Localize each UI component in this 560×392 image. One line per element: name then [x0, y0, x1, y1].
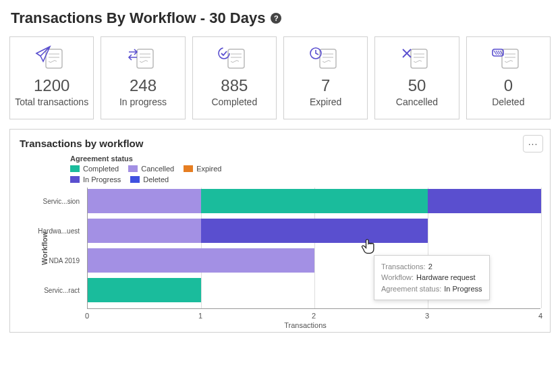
- tooltip-key: Agreement status:: [381, 283, 441, 295]
- legend-label: Completed: [83, 165, 119, 173]
- stat-card-total[interactable]: 1200 Total transactions: [9, 36, 94, 119]
- stat-label: Completed: [211, 96, 257, 108]
- x-tick-label: 0: [85, 312, 89, 320]
- legend-item[interactable]: Cancelled: [128, 165, 174, 173]
- stat-value: 1200: [34, 76, 69, 95]
- bar-segment[interactable]: [88, 189, 201, 213]
- y-category-label: NDA 2019: [49, 256, 84, 264]
- bar-segment[interactable]: [88, 219, 201, 243]
- chart-title: Transactions by workflow: [20, 138, 540, 149]
- stat-label: Total transactions: [15, 96, 88, 108]
- x-tick-label: 1: [198, 312, 202, 320]
- y-category-label: Hardwa...uest: [38, 227, 84, 234]
- tooltip-key: Workflow:: [381, 272, 414, 283]
- bar-segment[interactable]: [88, 278, 201, 302]
- stat-value: 0: [504, 76, 513, 95]
- legend-label: Deleted: [143, 175, 169, 184]
- legend-item[interactable]: Expired: [184, 165, 221, 173]
- bar-row[interactable]: [88, 278, 201, 302]
- stat-value: 7: [321, 76, 330, 95]
- legend-swatch: [130, 176, 140, 183]
- svg-rect-0: [46, 49, 62, 68]
- legend-item[interactable]: Deleted: [130, 175, 169, 184]
- shred-icon: [491, 45, 525, 71]
- chart-panel: Transactions by workflow ··· Agreement s…: [9, 129, 551, 333]
- tooltip-value: In Progress: [444, 283, 482, 295]
- x-tick-label: 3: [425, 312, 429, 320]
- stat-label: Deleted: [492, 96, 524, 108]
- paper-plane-icon: [35, 45, 69, 71]
- legend-swatch: [128, 165, 138, 172]
- legend-label: In Progress: [83, 175, 121, 184]
- bar-segment[interactable]: [88, 248, 314, 273]
- stat-label: Cancelled: [396, 96, 438, 108]
- legend-swatch: [184, 165, 193, 172]
- stat-value: 50: [408, 76, 426, 95]
- page-title: Transactions By Workflow - 30 Days: [11, 9, 265, 27]
- svg-rect-10: [320, 49, 336, 68]
- check-circle-icon: [217, 45, 251, 71]
- bar-segment[interactable]: [201, 219, 428, 243]
- clock-icon: [309, 45, 343, 71]
- tooltip-value: 2: [428, 261, 432, 273]
- stat-label: Expired: [310, 96, 341, 108]
- y-category-label: Servic...sion: [43, 197, 84, 204]
- x-tick-label: 4: [538, 312, 542, 320]
- stat-card-cancelled[interactable]: 50 Cancelled: [374, 36, 459, 119]
- tooltip-value: Hardware request: [416, 272, 475, 283]
- x-tick-label: 2: [312, 312, 316, 320]
- bar-row[interactable]: [88, 248, 314, 273]
- legend-swatch: [70, 165, 80, 172]
- svg-rect-6: [228, 49, 244, 68]
- stat-card-expired[interactable]: 7 Expired: [283, 36, 368, 119]
- chart-area: Workflow 01234 Transactions Servic...sio…: [70, 188, 540, 325]
- stat-card-in-progress[interactable]: 248 In progress: [101, 36, 185, 119]
- chart-legend: Agreement status CompletedCancelledExpir…: [70, 155, 540, 184]
- x-icon: [400, 45, 434, 71]
- bar-segment[interactable]: [428, 189, 541, 213]
- stat-value: 885: [221, 76, 248, 95]
- legend-label: Cancelled: [141, 165, 174, 173]
- legend-item[interactable]: Completed: [70, 165, 119, 173]
- chart-tooltip: Transactions:2Workflow:Hardware requestA…: [374, 255, 490, 301]
- help-icon[interactable]: ?: [271, 13, 281, 24]
- legend-item[interactable]: In Progress: [70, 175, 121, 184]
- legend-swatch: [70, 176, 80, 183]
- bar-row[interactable]: [88, 219, 428, 243]
- stat-label: In progress: [119, 96, 167, 108]
- tooltip-key: Transactions:: [381, 261, 426, 273]
- bar-row[interactable]: [88, 189, 541, 213]
- svg-rect-14: [411, 49, 427, 68]
- legend-label: Expired: [196, 165, 221, 173]
- bar-segment[interactable]: [201, 189, 428, 213]
- y-category-label: Servic...ract: [44, 286, 84, 293]
- stats-row: 1200 Total transactions 248 In progress …: [9, 36, 551, 119]
- svg-rect-17: [502, 49, 518, 68]
- more-button[interactable]: ···: [523, 135, 543, 152]
- svg-rect-3: [137, 49, 153, 68]
- arrows-icon: [126, 45, 160, 71]
- stat-card-completed[interactable]: 885 Completed: [192, 36, 277, 119]
- stat-card-deleted[interactable]: 0 Deleted: [466, 36, 551, 119]
- stat-value: 248: [130, 76, 157, 95]
- x-axis-label: Transactions: [70, 321, 540, 329]
- legend-title: Agreement status: [70, 155, 540, 163]
